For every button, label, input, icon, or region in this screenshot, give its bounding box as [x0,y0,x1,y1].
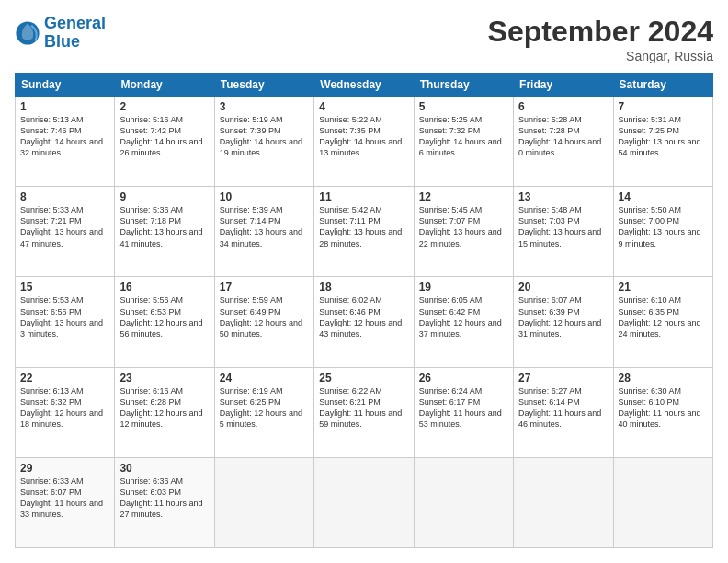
table-row: 28Sunrise: 6:30 AMSunset: 6:10 PMDayligh… [613,367,712,457]
table-row: 25Sunrise: 6:22 AMSunset: 6:21 PMDayligh… [314,367,414,457]
table-row: 9Sunrise: 5:36 AMSunset: 7:18 PMDaylight… [115,187,214,277]
day-number: 21 [619,281,708,293]
day-number: 11 [319,190,408,203]
day-info: Sunrise: 6:16 AMSunset: 6:28 PMDaylight:… [119,386,202,429]
page: General Blue September 2024 Sangar, Russ… [0,0,728,563]
day-info: Sunrise: 5:22 AMSunset: 7:35 PMDaylight:… [319,115,402,157]
day-number: 16 [119,281,209,293]
day-info: Sunrise: 5:48 AMSunset: 7:03 PMDaylight:… [518,205,601,247]
day-number: 3 [220,100,309,113]
day-number: 30 [119,462,209,475]
day-info: Sunrise: 6:05 AMSunset: 6:42 PMDaylight:… [419,295,502,338]
day-number: 5 [419,100,508,113]
day-number: 23 [119,372,209,385]
table-row: 11Sunrise: 5:42 AMSunset: 7:11 PMDayligh… [314,187,414,277]
day-number: 9 [119,190,209,203]
day-number: 15 [20,281,109,293]
logo: General Blue [15,15,106,52]
day-info: Sunrise: 6:27 AMSunset: 6:14 PMDaylight:… [518,386,601,429]
table-row: 24Sunrise: 6:19 AMSunset: 6:25 PMDayligh… [214,367,313,457]
table-row: 20Sunrise: 6:07 AMSunset: 6:39 PMDayligh… [514,277,613,367]
header-saturday: Saturday [613,74,712,97]
table-row [314,457,414,547]
day-info: Sunrise: 5:50 AMSunset: 7:00 PMDaylight:… [619,205,701,247]
day-number: 20 [518,281,608,293]
day-number: 10 [220,190,309,203]
day-info: Sunrise: 5:31 AMSunset: 7:25 PMDaylight:… [619,115,701,157]
table-row [613,457,712,547]
table-row: 17Sunrise: 5:59 AMSunset: 6:49 PMDayligh… [214,277,313,367]
day-number: 29 [20,462,109,475]
day-info: Sunrise: 6:36 AMSunset: 6:03 PMDaylight:… [119,477,202,519]
logo-text: General Blue [44,15,106,52]
header-sunday: Sunday [16,74,115,97]
day-info: Sunrise: 5:39 AMSunset: 7:14 PMDaylight:… [220,205,302,247]
day-info: Sunrise: 5:59 AMSunset: 6:49 PMDaylight:… [220,295,302,338]
table-row: 27Sunrise: 6:27 AMSunset: 6:14 PMDayligh… [514,367,613,457]
day-info: Sunrise: 5:33 AMSunset: 7:21 PMDaylight:… [20,205,103,247]
calendar-table: Sunday Monday Tuesday Wednesday Thursday… [15,73,713,548]
table-row: 1Sunrise: 5:13 AMSunset: 7:46 PMDaylight… [16,97,115,187]
day-info: Sunrise: 5:25 AMSunset: 7:32 PMDaylight:… [419,115,502,157]
day-info: Sunrise: 6:10 AMSunset: 6:35 PMDaylight:… [619,295,701,338]
table-row: 12Sunrise: 5:45 AMSunset: 7:07 PMDayligh… [414,187,513,277]
day-info: Sunrise: 5:42 AMSunset: 7:11 PMDaylight:… [319,205,402,247]
day-number: 27 [518,372,608,385]
day-info: Sunrise: 5:16 AMSunset: 7:42 PMDaylight:… [119,115,202,157]
table-row: 2Sunrise: 5:16 AMSunset: 7:42 PMDaylight… [115,97,214,187]
day-number: 24 [220,372,309,385]
table-row: 29Sunrise: 6:33 AMSunset: 6:07 PMDayligh… [16,457,115,547]
table-row: 26Sunrise: 6:24 AMSunset: 6:17 PMDayligh… [414,367,513,457]
table-row: 19Sunrise: 6:05 AMSunset: 6:42 PMDayligh… [414,277,513,367]
day-number: 19 [419,281,508,293]
day-number: 8 [20,190,109,203]
table-row: 30Sunrise: 6:36 AMSunset: 6:03 PMDayligh… [115,457,214,547]
logo-icon [15,20,40,46]
location: Sangar, Russia [488,49,713,63]
table-row: 14Sunrise: 5:50 AMSunset: 7:00 PMDayligh… [613,187,712,277]
day-info: Sunrise: 5:53 AMSunset: 6:56 PMDaylight:… [20,295,103,338]
day-number: 14 [619,190,708,203]
day-number: 2 [119,100,209,113]
day-number: 26 [419,372,508,385]
table-row: 15Sunrise: 5:53 AMSunset: 6:56 PMDayligh… [16,277,115,367]
day-number: 13 [518,190,608,203]
day-info: Sunrise: 6:19 AMSunset: 6:25 PMDaylight:… [220,386,302,429]
table-row: 7Sunrise: 5:31 AMSunset: 7:25 PMDaylight… [613,97,712,187]
table-row: 23Sunrise: 6:16 AMSunset: 6:28 PMDayligh… [115,367,214,457]
logo-blue: Blue [44,32,80,51]
day-info: Sunrise: 6:02 AMSunset: 6:46 PMDaylight:… [319,295,402,338]
day-info: Sunrise: 5:28 AMSunset: 7:28 PMDaylight:… [518,115,601,157]
table-row: 8Sunrise: 5:33 AMSunset: 7:21 PMDaylight… [16,187,115,277]
day-info: Sunrise: 6:07 AMSunset: 6:39 PMDaylight:… [518,295,601,338]
table-row: 4Sunrise: 5:22 AMSunset: 7:35 PMDaylight… [314,97,414,187]
table-row: 5Sunrise: 5:25 AMSunset: 7:32 PMDaylight… [414,97,513,187]
day-info: Sunrise: 6:24 AMSunset: 6:17 PMDaylight:… [419,386,502,429]
weekday-header-row: Sunday Monday Tuesday Wednesday Thursday… [16,74,713,97]
header-monday: Monday [115,74,214,97]
day-info: Sunrise: 5:36 AMSunset: 7:18 PMDaylight:… [119,205,202,247]
day-number: 12 [419,190,508,203]
day-number: 4 [319,100,408,113]
header-tuesday: Tuesday [214,74,313,97]
table-row: 6Sunrise: 5:28 AMSunset: 7:28 PMDaylight… [514,97,613,187]
header-wednesday: Wednesday [314,74,414,97]
day-number: 17 [220,281,309,293]
table-row [514,457,613,547]
day-number: 25 [319,372,408,385]
title-block: September 2024 Sangar, Russia [488,15,713,63]
day-info: Sunrise: 5:45 AMSunset: 7:07 PMDaylight:… [419,205,502,247]
day-info: Sunrise: 5:56 AMSunset: 6:53 PMDaylight:… [119,295,202,338]
table-row: 22Sunrise: 6:13 AMSunset: 6:32 PMDayligh… [16,367,115,457]
month-title: September 2024 [488,15,713,49]
day-info: Sunrise: 5:13 AMSunset: 7:46 PMDaylight:… [20,115,103,157]
table-row: 18Sunrise: 6:02 AMSunset: 6:46 PMDayligh… [314,277,414,367]
day-info: Sunrise: 6:30 AMSunset: 6:10 PMDaylight:… [619,386,701,429]
day-number: 7 [619,100,708,113]
logo-general: General [44,14,106,32]
table-row: 10Sunrise: 5:39 AMSunset: 7:14 PMDayligh… [214,187,313,277]
header: General Blue September 2024 Sangar, Russ… [15,15,713,63]
table-row: 16Sunrise: 5:56 AMSunset: 6:53 PMDayligh… [115,277,214,367]
day-info: Sunrise: 6:33 AMSunset: 6:07 PMDaylight:… [20,477,103,519]
day-number: 6 [518,100,608,113]
